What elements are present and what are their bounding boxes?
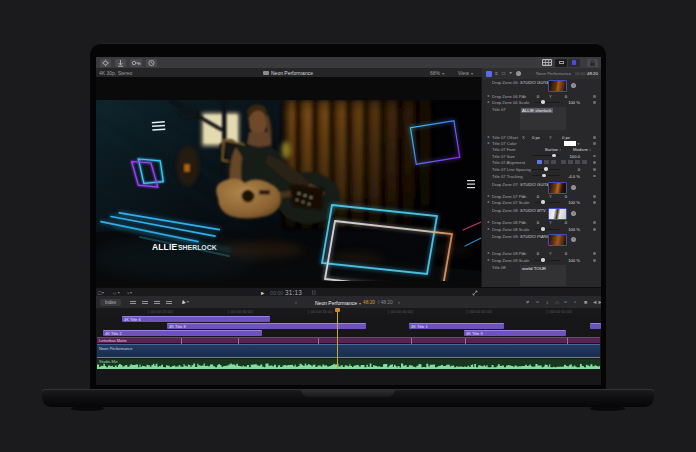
svg-text:SHERLOCK: SHERLOCK [178, 244, 217, 251]
svg-text:ALLIE: ALLIE [152, 242, 177, 252]
